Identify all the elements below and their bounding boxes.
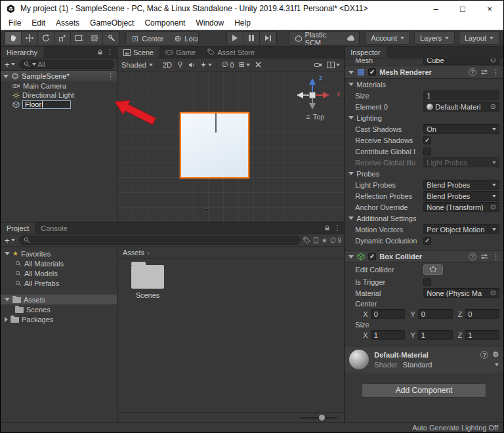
motion-vectors-dropdown[interactable]: Per Object Motion	[423, 224, 499, 234]
account-dropdown[interactable]: Account	[365, 31, 410, 45]
tab-project[interactable]: Project	[1, 222, 35, 234]
presets-icon[interactable]	[480, 68, 488, 76]
scene-header-row[interactable]: SampleScene* ⋮	[1, 71, 117, 81]
assets-grid[interactable]: Scenes	[117, 258, 344, 412]
panel-menu-icon[interactable]: ⋮	[106, 48, 114, 56]
hierarchy-item-floor[interactable]: Floor	[1, 100, 117, 109]
auto-generate-lighting-status[interactable]: Auto Generate Lighting Off	[412, 424, 498, 432]
pause-button[interactable]	[243, 32, 260, 45]
move-tool-button[interactable]	[22, 32, 38, 45]
minimize-button[interactable]: –	[425, 1, 447, 16]
edit-collider-button[interactable]	[423, 264, 443, 275]
hierarchy-search-input[interactable]: All	[19, 60, 114, 69]
pivot-mode-button[interactable]: Center	[126, 32, 169, 45]
size-z-input[interactable]: 1	[465, 330, 499, 340]
help-icon[interactable]: ?	[480, 351, 488, 359]
object-picker-icon[interactable]: ⊙	[490, 289, 496, 297]
light-probes-dropdown[interactable]: Blend Probes	[423, 180, 499, 190]
materials-section[interactable]: Materials	[345, 79, 503, 90]
rect-tool-button[interactable]	[71, 32, 87, 45]
add-component-button[interactable]: Add Component	[362, 383, 486, 398]
breadcrumb[interactable]: Assets ›	[117, 247, 344, 258]
hand-tool-button[interactable]	[5, 32, 22, 45]
space-mode-button[interactable]: Local	[169, 32, 199, 45]
close-button[interactable]: ×	[478, 1, 501, 16]
receive-shadows-checkbox[interactable]: ✓	[423, 136, 431, 144]
component-enabled-checkbox[interactable]: ✓	[368, 253, 376, 260]
favorite-all-prefabs[interactable]: All Prefabs	[1, 278, 117, 288]
scale-tool-button[interactable]	[54, 32, 71, 45]
tab-inspector[interactable]: Inspector	[345, 47, 386, 58]
packages-folder-row[interactable]: Packages	[1, 314, 117, 324]
scenes-folder-row[interactable]: Scenes	[1, 304, 117, 314]
view-mode-button[interactable]: ≡ Top	[291, 113, 339, 121]
object-picker-icon[interactable]: ⊙	[490, 203, 496, 211]
rename-input[interactable]: Floor	[22, 100, 71, 109]
layers-dropdown[interactable]: Layers	[414, 31, 455, 45]
size-y-input[interactable]: 1	[418, 330, 453, 340]
transform-tool-button[interactable]	[87, 32, 104, 45]
help-icon[interactable]: ?	[469, 68, 476, 76]
menu-gameobject[interactable]: GameObject	[85, 16, 139, 30]
assets-folder-row[interactable]: Assets	[1, 295, 117, 304]
hierarchy-item-directional-light[interactable]: Directional Light	[1, 91, 117, 100]
element0-object-field[interactable]: Default-Materi ⊙	[423, 102, 499, 112]
probes-section[interactable]: Probes	[345, 168, 503, 179]
shading-mode-dropdown[interactable]: Shaded	[121, 61, 153, 69]
favorite-all-materials[interactable]: All Materials	[1, 258, 117, 268]
mesh-renderer-header[interactable]: ✓ Mesh Renderer ? ⋮	[345, 66, 503, 79]
foldout-open-icon[interactable]	[5, 298, 10, 301]
create-asset-button[interactable]: +	[3, 236, 16, 245]
foldout-open-icon[interactable]	[3, 75, 9, 78]
menu-help[interactable]: Help	[229, 16, 256, 30]
center-y-input[interactable]: 0	[418, 309, 453, 319]
tab-game[interactable]: Game	[159, 47, 201, 58]
menu-component[interactable]: Component	[139, 16, 190, 30]
object-picker-icon[interactable]: ⊙	[490, 103, 496, 110]
help-icon[interactable]: ?	[469, 253, 476, 260]
center-z-input[interactable]: 0	[465, 309, 499, 319]
asset-item-scenes[interactable]: Scenes	[128, 265, 167, 299]
center-x-input[interactable]: 0	[371, 309, 406, 319]
menu-assets[interactable]: Assets	[51, 16, 85, 30]
audio-toggle-button[interactable]	[188, 62, 196, 68]
reflection-probes-dropdown[interactable]: Blend Probes	[423, 191, 499, 201]
rotate-tool-button[interactable]	[38, 32, 54, 45]
physic-material-field[interactable]: None (Physic Ma⊙	[423, 288, 499, 298]
toggle-2d-button[interactable]: 2D	[163, 61, 172, 69]
scene-menu-icon[interactable]: ⋮	[107, 72, 114, 81]
thumbnail-size-slider[interactable]	[299, 417, 337, 419]
object-picker-icon[interactable]: ⊙	[490, 58, 496, 64]
size-x-input[interactable]: 1	[371, 330, 406, 340]
favorite-search-icon[interactable]: ★	[322, 237, 327, 244]
foldout-closed-icon[interactable]	[5, 317, 8, 322]
cloud-button[interactable]	[343, 32, 359, 45]
lighting-toggle-button[interactable]	[177, 61, 184, 68]
grid-visibility-dropdown[interactable]: ⊞	[239, 60, 250, 69]
axis-gizmo-icon[interactable]	[291, 75, 335, 112]
step-button[interactable]	[260, 32, 276, 45]
foldout-open-icon[interactable]	[5, 252, 10, 255]
is-trigger-checkbox[interactable]	[423, 278, 431, 286]
tab-hierarchy[interactable]: Hierarchy	[1, 47, 43, 58]
project-search-input[interactable]	[19, 236, 301, 245]
play-button[interactable]	[227, 32, 243, 45]
effects-dropdown[interactable]	[200, 62, 212, 68]
search-by-label-button[interactable]	[313, 237, 319, 244]
component-tools-button[interactable]	[255, 61, 262, 68]
hidden-packages-toggle[interactable]: ∅9	[330, 236, 342, 245]
layout-dropdown[interactable]: Layout	[459, 31, 499, 45]
favorite-all-models[interactable]: All Models	[1, 268, 117, 278]
foldout-open-icon[interactable]	[348, 255, 354, 258]
tab-asset-store[interactable]: Asset Store	[201, 47, 261, 58]
tab-scene[interactable]: Scene	[117, 47, 159, 58]
additional-settings-section[interactable]: Additional Settings	[345, 213, 503, 224]
mesh-object-field[interactable]: Cube ⊙	[423, 58, 499, 65]
presets-icon[interactable]	[480, 253, 488, 260]
dynamic-occlusion-checkbox[interactable]: ✓	[423, 237, 431, 245]
anchor-override-field[interactable]: None (Transform)⊙	[423, 202, 499, 212]
search-by-type-button[interactable]	[303, 237, 310, 244]
menu-edit[interactable]: Edit	[26, 16, 51, 30]
component-menu-icon[interactable]: ⋮	[492, 68, 499, 77]
plastic-scm-button[interactable]: Plastic SCM	[289, 32, 343, 45]
